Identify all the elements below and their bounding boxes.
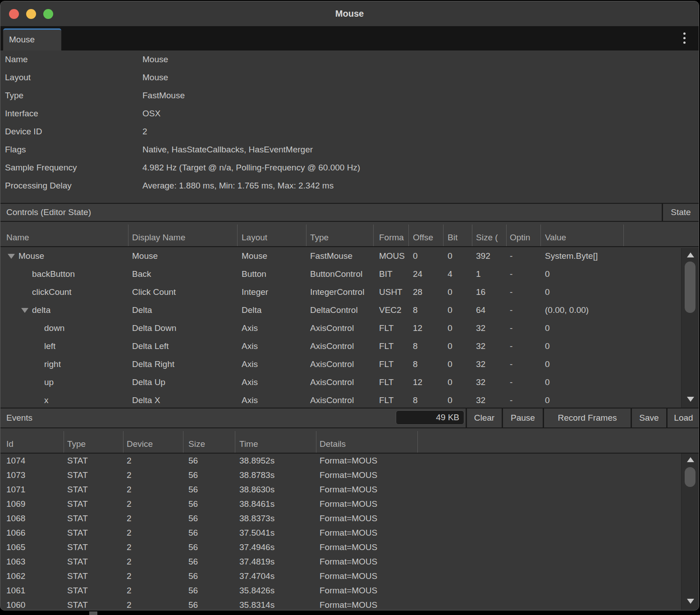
column-header[interactable]: Forma — [379, 233, 406, 243]
event-cell: 38.8952s — [239, 454, 311, 468]
load-button[interactable]: Load — [666, 408, 699, 427]
event-cell: STAT — [67, 583, 119, 598]
cell-name: delta — [32, 301, 50, 319]
column-header[interactable]: Display Name — [132, 233, 233, 243]
kebab-menu-icon[interactable] — [682, 32, 686, 45]
expander-down-icon[interactable] — [21, 308, 28, 313]
column-header[interactable]: Details — [320, 439, 415, 449]
column-header[interactable]: Offse — [413, 233, 440, 243]
controls-row[interactable]: deltaDeltaDeltaDeltaControlVEC28064-(0.0… — [0, 301, 699, 319]
column-header[interactable]: Id — [6, 439, 60, 449]
event-row[interactable]: 1060STAT25635.8314sFormat=MOUS — [0, 598, 699, 610]
pause-button[interactable]: Pause — [502, 408, 543, 427]
window-title: Mouse — [0, 1, 699, 26]
column-header[interactable]: Name — [6, 233, 29, 243]
event-row[interactable]: 1069STAT25638.8461sFormat=MOUS — [0, 497, 699, 511]
event-row[interactable]: 1066STAT25637.5041sFormat=MOUS — [0, 526, 699, 540]
column-header[interactable]: Size — [188, 439, 231, 449]
scroll-up-icon[interactable] — [687, 252, 694, 257]
cell-name: right — [44, 355, 61, 373]
events-section-bar: Events 49 KB Clear Pause Record Frames S… — [0, 408, 699, 427]
tab-strip: Mouse — [0, 26, 699, 50]
column-header[interactable]: Value — [545, 233, 626, 243]
event-cell: Format=MOUS — [320, 526, 415, 540]
clear-button[interactable]: Clear — [466, 408, 502, 427]
controls-row[interactable]: leftDelta LeftAxisAxisControlFLT8032-0 — [0, 337, 699, 355]
column-header[interactable]: Time — [239, 439, 311, 449]
cell-name: clickCount — [32, 283, 72, 301]
events-scrollbar[interactable] — [681, 454, 699, 610]
controls-row[interactable]: backButtonBackButtonButtonControlBIT2441… — [0, 265, 699, 283]
event-row[interactable]: 1073STAT25638.8783sFormat=MOUS — [0, 468, 699, 482]
record-frames-button[interactable]: Record Frames — [543, 408, 631, 427]
device-info-panel: NameMouseLayoutMouseTypeFastMouseInterfa… — [0, 50, 699, 203]
event-row[interactable]: 1061STAT25635.8426sFormat=MOUS — [0, 583, 699, 598]
cell-size: 64 — [476, 301, 503, 319]
column-header[interactable]: Type — [67, 439, 119, 449]
info-value: OSX — [142, 105, 160, 123]
controls-row[interactable]: xDelta XAxisAxisControlFLT8032-0 — [0, 391, 699, 408]
column-header[interactable]: Optin — [510, 233, 537, 243]
state-button[interactable]: State — [662, 204, 699, 221]
event-cell: 2 — [127, 468, 178, 482]
controls-row[interactable]: downDelta DownAxisAxisControlFLT12032-0 — [0, 319, 699, 337]
device-info-row: NameMouse — [0, 50, 699, 69]
event-cell: 1065 — [6, 540, 60, 555]
event-row[interactable]: 1065STAT25637.4946sFormat=MOUS — [0, 540, 699, 555]
save-button[interactable]: Save — [631, 408, 666, 427]
event-row[interactable]: 1071STAT25638.8630sFormat=MOUS — [0, 482, 699, 497]
cell-layout: Axis — [242, 391, 304, 408]
event-cell: STAT — [67, 598, 119, 610]
column-header[interactable]: Type — [310, 233, 371, 243]
scrollbar-thumb[interactable] — [685, 467, 695, 487]
column-header[interactable]: Layout — [242, 233, 304, 243]
scrollbar-thumb[interactable] — [685, 262, 695, 313]
event-cell: 38.8373s — [239, 511, 311, 526]
controls-row[interactable]: MouseMouseMouseFastMouseMOUS00392-System… — [0, 247, 699, 265]
event-cell: 56 — [188, 511, 231, 526]
cell-format: MOUS — [379, 247, 406, 265]
column-header[interactable]: Device — [127, 439, 178, 449]
info-value: Native, HasStateCallbacks, HasEventMerge… — [142, 141, 313, 159]
cell-optimized: - — [510, 391, 537, 408]
scroll-up-icon[interactable] — [687, 457, 694, 462]
cell-offset: 8 — [413, 337, 440, 355]
expander-down-icon[interactable] — [8, 254, 15, 259]
event-cell: 56 — [188, 583, 231, 598]
cell-size: 392 — [476, 247, 503, 265]
scroll-down-icon[interactable] — [687, 397, 694, 402]
column-header[interactable]: Size ( — [476, 233, 503, 243]
event-cell: 2 — [127, 511, 178, 526]
event-cell: STAT — [67, 511, 119, 526]
cell-offset: 12 — [413, 373, 440, 391]
event-cell: 2 — [127, 583, 178, 598]
event-cell: Format=MOUS — [320, 497, 415, 511]
cell-type: DeltaControl — [310, 301, 371, 319]
event-row[interactable]: 1068STAT25638.8373sFormat=MOUS — [0, 511, 699, 526]
controls-scrollbar[interactable] — [681, 248, 699, 408]
event-buffer-size-field[interactable]: 49 KB — [396, 410, 464, 425]
cell-optimized: - — [510, 337, 537, 355]
event-cell: 56 — [188, 468, 231, 482]
event-row[interactable]: 1062STAT25637.4704sFormat=MOUS — [0, 569, 699, 583]
event-cell: Format=MOUS — [320, 511, 415, 526]
scroll-down-icon[interactable] — [687, 599, 694, 604]
events-section-title: Events — [6, 408, 32, 427]
event-row[interactable]: 1063STAT25637.4819sFormat=MOUS — [0, 555, 699, 569]
event-cell: Format=MOUS — [320, 482, 415, 497]
cell-offset: 28 — [413, 283, 440, 301]
event-cell: 2 — [127, 540, 178, 555]
event-cell: 56 — [188, 598, 231, 610]
controls-row[interactable]: upDelta UpAxisAxisControlFLT12032-0 — [0, 373, 699, 391]
controls-row[interactable]: rightDelta RightAxisAxisControlFLT8032-0 — [0, 355, 699, 373]
cell-value: 0 — [545, 283, 626, 301]
tab-mouse[interactable]: Mouse — [3, 28, 61, 50]
event-cell: 56 — [188, 526, 231, 540]
cell-layout: Axis — [242, 319, 304, 337]
controls-row[interactable]: clickCountClick CountIntegerIntegerContr… — [0, 283, 699, 301]
titlebar[interactable]: Mouse — [0, 1, 699, 26]
column-header[interactable]: Bit — [448, 233, 469, 243]
cell-layout: Delta — [242, 301, 304, 319]
event-row[interactable]: 1074STAT25638.8952sFormat=MOUS — [0, 454, 699, 468]
cell-optimized: - — [510, 247, 537, 265]
